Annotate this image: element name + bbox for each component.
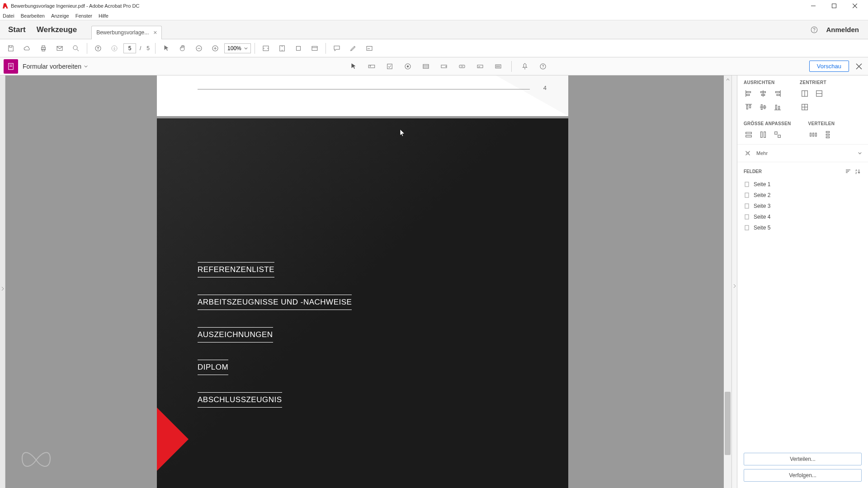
align-left-icon[interactable] (744, 89, 754, 99)
resize-section-title: GRÖSSE ANPASSEN (744, 121, 791, 126)
search-icon[interactable] (69, 41, 83, 56)
menu-window[interactable]: Fenster (75, 13, 92, 19)
comment-icon[interactable] (330, 41, 344, 56)
distribute-v-icon[interactable] (823, 130, 833, 140)
sort-az-icon[interactable]: AZ (853, 167, 862, 176)
chevron-down-icon (84, 65, 88, 68)
select-field-icon[interactable] (347, 60, 360, 73)
signin-link[interactable]: Anmelden (821, 26, 864, 33)
hand-tool-icon[interactable] (175, 41, 190, 56)
close-tab-icon[interactable]: × (153, 29, 157, 36)
svg-text:OK: OK (461, 66, 464, 68)
svg-point-85 (747, 152, 749, 154)
svg-rect-93 (745, 204, 749, 208)
red-triangle-decoration (157, 408, 189, 471)
prepare-form-icon (4, 59, 18, 74)
separator (155, 43, 156, 54)
left-sidebar-collapsed[interactable] (0, 75, 5, 488)
track-button[interactable]: Verfolgen... (744, 469, 862, 482)
center-h-icon[interactable] (800, 89, 810, 99)
distribute-button[interactable]: Verteilen... (744, 453, 862, 465)
svg-rect-94 (745, 215, 749, 219)
pin-icon[interactable] (518, 60, 532, 73)
expand-left-icon[interactable] (1, 282, 5, 296)
menu-view[interactable]: Anzeige (51, 13, 69, 19)
svg-rect-80 (812, 133, 814, 136)
page-up-icon[interactable] (91, 41, 105, 56)
center-both-icon[interactable] (800, 102, 810, 112)
align-bottom-icon[interactable] (773, 102, 783, 112)
checkbox-field-icon[interactable] (383, 60, 396, 73)
field-page-3[interactable]: Seite 3 (744, 202, 862, 210)
svg-rect-24 (367, 46, 372, 50)
field-page-5[interactable]: Seite 5 (744, 224, 862, 232)
match-width-icon[interactable] (744, 130, 754, 140)
svg-rect-95 (745, 225, 749, 230)
maximize-button[interactable] (824, 0, 844, 11)
form-title-label: Formular vorbereiten (23, 63, 81, 70)
fit-width-icon[interactable] (259, 41, 273, 56)
distribute-h-icon[interactable] (808, 130, 818, 140)
chevron-right-icon (733, 282, 736, 290)
scroll-up-icon[interactable] (724, 75, 731, 83)
field-page-4[interactable]: Seite 4 (744, 213, 862, 221)
acrobat-icon (3, 3, 9, 9)
radio-field-icon[interactable] (401, 60, 415, 73)
match-both-icon[interactable] (773, 130, 783, 140)
barcode-field-icon[interactable] (491, 60, 505, 73)
center-v-icon[interactable] (814, 89, 824, 99)
scrollbar-thumb[interactable] (725, 392, 731, 455)
more-dropdown[interactable]: Mehr (737, 144, 868, 162)
button-field-icon[interactable]: OK (455, 60, 469, 73)
form-title-dropdown[interactable]: Formular vorbereiten (23, 63, 88, 70)
rotate-icon[interactable] (291, 41, 306, 56)
dropdown-field-icon[interactable] (437, 60, 451, 73)
fields-page-list: Seite 1 Seite 2 Seite 3 Seite 4 Seite 5 (737, 180, 868, 232)
sort-fields-icon[interactable] (844, 167, 853, 176)
field-page-2[interactable]: Seite 2 (744, 191, 862, 199)
match-height-icon[interactable] (758, 130, 768, 140)
form-help-icon[interactable] (536, 60, 550, 73)
print-icon[interactable] (36, 41, 51, 56)
close-button[interactable] (844, 0, 865, 11)
close-form-panel-icon[interactable] (854, 61, 864, 72)
document-viewport[interactable]: 4 REFERENZENLISTE ARBEITSZEUGNISSE UND -… (5, 75, 731, 488)
align-center-v-icon[interactable] (758, 102, 768, 112)
menu-edit[interactable]: Bearbeiten (21, 13, 45, 19)
zoom-in-icon[interactable] (208, 41, 222, 56)
align-center-h-icon[interactable] (758, 89, 768, 99)
signature-icon[interactable] (362, 41, 377, 56)
fit-page-icon[interactable] (275, 41, 289, 56)
minimize-button[interactable] (803, 0, 824, 11)
tab-tools[interactable]: Werkzeuge (30, 25, 83, 34)
separator (511, 61, 512, 72)
cloud-icon[interactable] (20, 41, 34, 56)
text-field-icon[interactable] (365, 60, 378, 73)
collapse-right-handle[interactable] (731, 75, 737, 488)
help-icon[interactable] (808, 26, 821, 34)
menu-bar: Datei Bearbeiten Anzeige Fenster Hilfe (0, 11, 868, 20)
menu-help[interactable]: Hilfe (99, 13, 108, 19)
zoom-select[interactable]: 100% (224, 43, 251, 53)
preview-button[interactable]: Vorschau (809, 61, 849, 72)
mail-icon[interactable] (52, 41, 67, 56)
page-down-icon[interactable] (107, 41, 122, 56)
highlight-icon[interactable] (346, 41, 360, 56)
page-number-input[interactable] (123, 43, 136, 53)
menu-file[interactable]: Datei (3, 13, 14, 19)
field-page-1[interactable]: Seite 1 (744, 180, 862, 188)
scrollbar-track[interactable] (724, 75, 731, 488)
svg-rect-21 (296, 46, 300, 50)
align-right-icon[interactable] (773, 89, 783, 99)
page-separator: / (140, 45, 141, 52)
signature-field-icon[interactable] (473, 60, 487, 73)
read-mode-icon[interactable] (307, 41, 322, 56)
select-tool-icon[interactable] (159, 41, 174, 56)
align-top-icon[interactable] (744, 102, 754, 112)
tab-start[interactable]: Start (4, 25, 30, 34)
zoom-out-icon[interactable] (192, 41, 206, 56)
list-field-icon[interactable] (419, 60, 433, 73)
svg-rect-56 (777, 94, 779, 96)
document-tab[interactable]: Bewerbungsvorlage... × (91, 26, 162, 39)
save-icon[interactable] (4, 41, 18, 56)
